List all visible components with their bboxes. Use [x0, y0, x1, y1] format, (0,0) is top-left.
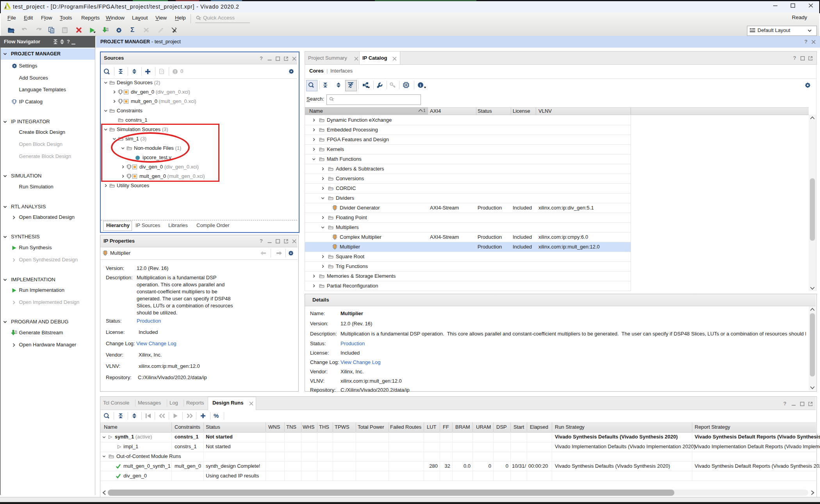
svg-text:?: ? [161, 70, 163, 74]
svg-text:10: 10 [15, 332, 17, 335]
svg-text:10: 10 [106, 30, 109, 32]
svg-text:i: i [420, 83, 421, 87]
